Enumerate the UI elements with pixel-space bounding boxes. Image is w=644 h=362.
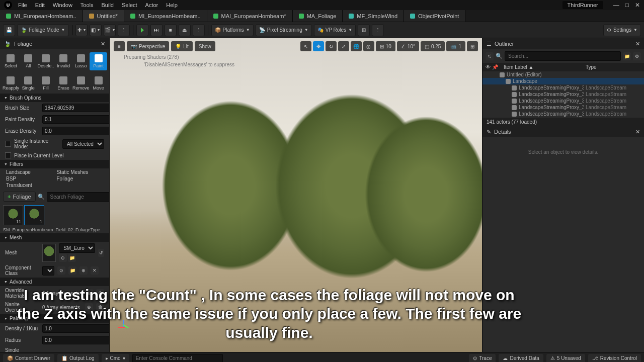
viewport-maximize-icon[interactable]: ⊞ [467,41,478,51]
menu-file[interactable]: File [18,2,27,8]
density-input[interactable] [42,324,109,333]
viewport-grid-snap[interactable]: ⊞ 10 [376,41,395,51]
document-tab[interactable]: ObjectPivotPoint [404,10,465,22]
eject-button[interactable]: ⏏ [179,24,191,36]
foliage-thumb[interactable]: 11 [3,205,23,225]
viewport-angle-snap[interactable]: ∠ 10° [397,41,419,51]
viewport-lit-button[interactable]: 💡 Lit [171,41,193,51]
tool-lasso[interactable]: Lasso [72,52,90,70]
menu-actor[interactable]: Actor [145,2,158,8]
foliage-thumb[interactable]: 1 [24,205,44,225]
cinematics-button[interactable]: 🎬▾ [104,24,116,36]
marketplace-button[interactable]: ◧▾ [90,24,102,36]
maximize-button[interactable]: □ [625,2,629,9]
toolbar-extra-2[interactable]: ⋮ [372,24,384,36]
document-tab[interactable]: MI_EuropeanHornbeam.. [124,10,207,22]
menu-help[interactable]: Help [166,2,178,8]
menu-tools[interactable]: Tools [80,2,94,8]
outliner-row[interactable]: Landscape [482,78,644,84]
viewport-surface-icon[interactable]: ◎ [363,41,374,51]
viewport-world-icon[interactable]: 🌐 [351,41,362,51]
place-level-checkbox[interactable] [5,152,11,158]
save-button[interactable]: 💾 [3,24,15,36]
component-folder-icon[interactable]: 📁 [68,266,76,275]
viewport-camera-speed[interactable]: 📹 1 [446,41,465,51]
outliner-add-folder-icon[interactable]: 📁 [623,52,631,60]
component-clear-icon[interactable]: ✕ [91,266,99,275]
mesh-preview[interactable] [42,244,56,262]
play-button[interactable] [136,24,148,36]
vp-roles-dropdown[interactable]: 🎭 VP Roles ▼ [314,24,356,36]
tool-move[interactable]: Move [90,74,107,93]
close-icon[interactable]: ✕ [635,129,640,135]
foliage-search-input[interactable] [47,192,109,202]
menu-select[interactable]: Select [122,2,137,8]
outliner-row[interactable]: LandscapeStreamingProxy_3_4_0LandscapeSt… [482,104,644,111]
viewport-select-icon[interactable]: ↖ [300,41,311,51]
brush-options-header[interactable]: Brush Options [0,94,109,102]
mesh-header[interactable]: Mesh [0,233,109,242]
tool-remove[interactable]: Remove [72,74,90,93]
outliner-tab[interactable]: ☰ Outliner ✕ [482,38,644,49]
outliner-row[interactable]: LandscapeStreamingProxy_3_3_0LandscapeSt… [482,98,644,104]
unsaved-button[interactable]: ⚠ 5 Unsaved [546,354,585,363]
tool-erase[interactable]: Erase [54,74,72,93]
use-icon[interactable]: 📁 [68,254,76,262]
component-class-dropdown[interactable] [42,266,54,276]
menu-edit[interactable]: Edit [35,2,45,8]
cmd-dropdown[interactable]: ▸ Cmd ▾ [102,354,129,363]
mode-dropdown[interactable]: 🍃 Foliage Mode ▼ [17,24,69,36]
tool-invalid[interactable]: Invalid [54,52,72,70]
pixel-streaming-dropdown[interactable]: 📡 Pixel Streaming ▼ [256,24,312,36]
reset-icon[interactable]: ↺ [98,249,104,257]
browse-icon[interactable]: ⊙ [59,254,67,262]
settings-button[interactable]: ⚙ Settings ▼ [603,24,641,36]
foliage-panel-tab[interactable]: 🍃 Foliage ✕ [0,38,109,49]
brush-size-input[interactable] [42,104,109,112]
outliner-col-type[interactable]: Type [586,64,641,70]
tool-paint[interactable]: Paint [90,52,107,70]
outliner-row[interactable]: LandscapeStreamingProxy_3_5_0LandscapeSt… [482,111,644,117]
single-instance-checkbox[interactable] [5,141,11,147]
viewport-scale-icon[interactable]: ⤢ [338,41,349,51]
tool-single[interactable]: Single [20,74,37,93]
menu-window[interactable]: Window [53,2,72,8]
outliner-search-input[interactable] [505,51,621,61]
outliner-row[interactable]: LandscapeStreamingProxy_3_1_0LandscapeSt… [482,84,644,91]
document-tab[interactable]: MF_SimpleWind [343,10,404,22]
add-content-button[interactable]: ✚▾ [75,24,88,36]
console-input[interactable] [132,354,223,362]
component-new-icon[interactable]: ⊕ [79,266,88,275]
outliner-row[interactable]: LandscapeStreamingProxy_3_2_0LandscapeSt… [482,91,644,98]
outliner-col-label[interactable]: Item Label ▲ [504,64,586,70]
paint-density-input[interactable] [42,115,109,124]
minimize-button[interactable]: — [613,2,619,9]
outliner-list[interactable]: Untitled (Editor)LandscapeLandscapeStrea… [482,71,644,118]
close-button[interactable]: ✕ [635,2,640,9]
outliner-row[interactable]: Untitled (Editor) [482,71,644,78]
viewport-rotate-icon[interactable]: ↻ [326,41,337,51]
trace-button[interactable]: ⊙ Trace [469,354,496,363]
outliner-settings-icon[interactable]: ⚙ [633,52,641,60]
tool-reapply[interactable]: Reapply [2,74,20,93]
document-tab[interactable]: MI_EuropeanHornbeam.. [0,10,83,22]
mesh-asset-dropdown[interactable]: SM_Euro [59,243,95,253]
viewport-perspective-button[interactable]: 📷 Perspective [127,41,169,51]
filters-header[interactable]: Filters [0,160,109,168]
viewport-menu-button[interactable]: ≡ [114,41,125,51]
painting-header[interactable]: Painting [0,314,109,323]
skip-button[interactable]: ⏭ [150,24,163,36]
component-browse-icon[interactable]: ⊙ [57,266,65,275]
clear-array-icon[interactable]: 🗑 [96,289,104,297]
nanite-clear-icon[interactable]: 🗑 [96,303,104,311]
tool-select[interactable]: Select [2,52,20,70]
toolbar-extra-1[interactable]: ⊞ [358,24,370,36]
platforms-dropdown[interactable]: 📦 Platforms ▼ [211,24,254,36]
tool-fill[interactable]: Fill [37,74,55,93]
erase-density-input[interactable] [42,127,109,135]
document-tab[interactable]: Untitled* [83,10,125,22]
viewport-show-button[interactable]: Show [195,41,215,51]
stop-button[interactable]: ■ [165,24,177,36]
viewport-move-icon[interactable]: ✥ [313,41,324,51]
content-drawer-button[interactable]: 📦 Content Drawer [3,354,54,363]
